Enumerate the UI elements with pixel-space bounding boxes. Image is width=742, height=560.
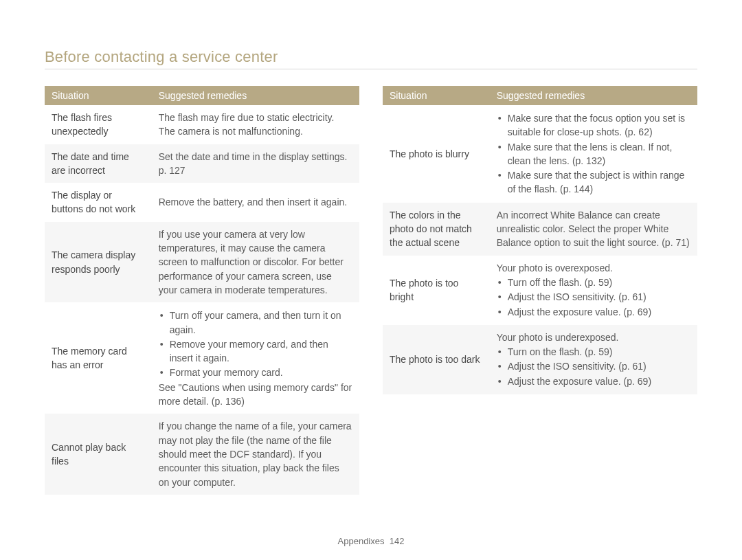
table-cell-remedy: An incorrect White Balance can create un…: [490, 203, 697, 256]
table-cell-situation: The photo is too dark: [383, 325, 490, 394]
table-cell-remedy: Turn off your camera, and then turn it o…: [152, 302, 359, 414]
remedy-text: An incorrect White Balance can create un…: [497, 208, 690, 250]
page-footer: Appendixes 142: [0, 536, 742, 546]
table-row: The colors in the photo do not match the…: [383, 203, 697, 256]
remedy-text: Set the date and time in the display set…: [159, 150, 352, 178]
remedy-bullet: Adjust the exposure value. (p. 69): [497, 374, 690, 388]
table-cell-remedy: Remove the battery, and then insert it a…: [152, 183, 359, 222]
remedy-text: Your photo is underexposed.: [497, 331, 690, 344]
table-cell-situation: The display or buttons do not work: [45, 183, 152, 222]
table-row: The photo is blurryMake sure that the fo…: [383, 105, 697, 203]
remedy-text: If you change the name of a file, your c…: [159, 419, 352, 489]
table-row: The camera display responds poorlyIf you…: [45, 222, 359, 302]
table-cell-remedy: Set the date and time in the display set…: [152, 144, 359, 183]
remedy-bullet-list: Turn off the flash. (p. 59)Adjust the IS…: [497, 276, 690, 319]
table-cell-remedy: Make sure that the focus option you set …: [490, 105, 697, 203]
page-title: Before contacting a service center: [45, 48, 697, 66]
table-cell-situation: Cannot play back files: [45, 414, 152, 494]
remedy-bullet: Adjust the ISO sensitivity. (p. 61): [497, 290, 690, 304]
table-cell-remedy: If you change the name of a file, your c…: [152, 414, 359, 494]
table-row: The photo is too darkYour photo is under…: [383, 325, 697, 394]
table-row: Cannot play back filesIf you change the …: [45, 414, 359, 494]
right-th-situation: Situation: [383, 86, 490, 105]
remedy-bullet: Adjust the ISO sensitivity. (p. 61): [497, 359, 690, 373]
left-th-remedies: Suggested remedies: [152, 86, 359, 105]
table-row: The memory card has an errorTurn off you…: [45, 302, 359, 414]
table-cell-situation: The photo is too bright: [383, 256, 490, 325]
remedy-text: See "Cautions when using memory cards" f…: [159, 381, 352, 409]
remedy-bullet: Turn on the flash. (p. 59): [497, 345, 690, 359]
remedy-bullet: Make sure that the lens is clean. If not…: [497, 140, 690, 168]
left-table: Situation Suggested remedies The flash f…: [45, 86, 359, 495]
table-cell-situation: The memory card has an error: [45, 302, 152, 414]
remedy-bullet-list: Turn on the flash. (p. 59)Adjust the ISO…: [497, 345, 690, 388]
table-row: The photo is too brightYour photo is ove…: [383, 256, 697, 325]
content-columns: Situation Suggested remedies The flash f…: [45, 86, 697, 495]
table-row: The display or buttons do not workRemove…: [45, 183, 359, 222]
table-row: The date and time are incorrectSet the d…: [45, 144, 359, 183]
right-th-remedies: Suggested remedies: [490, 86, 697, 105]
remedy-bullet: Adjust the exposure value. (p. 69): [497, 305, 690, 319]
table-cell-situation: The colors in the photo do not match the…: [383, 203, 490, 256]
remedy-bullet: Turn off your camera, and then turn it o…: [159, 309, 352, 337]
remedy-text: The flash may fire due to static electri…: [159, 111, 352, 139]
table-cell-remedy: Your photo is overexposed.Turn off the f…: [490, 256, 697, 325]
table-cell-remedy: Your photo is underexposed.Turn on the f…: [490, 325, 697, 394]
right-column: Situation Suggested remedies The photo i…: [383, 86, 697, 495]
remedy-bullet-list: Turn off your camera, and then turn it o…: [159, 309, 352, 379]
left-th-situation: Situation: [45, 86, 152, 105]
table-cell-situation: The photo is blurry: [383, 105, 490, 203]
remedy-text: If you use your camera at very low tempe…: [159, 227, 352, 297]
table-cell-situation: The date and time are incorrect: [45, 144, 152, 183]
remedy-bullet-list: Make sure that the focus option you set …: [497, 111, 690, 197]
table-row: The flash fires unexpectedlyThe flash ma…: [45, 105, 359, 144]
remedy-bullet: Format your memory card.: [159, 366, 352, 379]
remedy-bullet: Turn off the flash. (p. 59): [497, 276, 690, 289]
remedy-bullet: Make sure that the focus option you set …: [497, 111, 690, 139]
title-underline: [45, 69, 697, 69]
remedy-bullet: Remove your memory card, and then insert…: [159, 337, 352, 366]
table-cell-remedy: The flash may fire due to static electri…: [152, 105, 359, 144]
left-column: Situation Suggested remedies The flash f…: [45, 86, 359, 495]
remedy-text: Remove the battery, and then insert it a…: [159, 195, 352, 209]
right-table: Situation Suggested remedies The photo i…: [383, 86, 697, 394]
footer-page: 142: [390, 536, 405, 546]
table-cell-situation: The camera display responds poorly: [45, 222, 152, 302]
footer-section: Appendixes: [338, 536, 385, 546]
table-cell-situation: The flash fires unexpectedly: [45, 105, 152, 144]
table-cell-remedy: If you use your camera at very low tempe…: [152, 222, 359, 302]
remedy-bullet: Make sure that the subject is within ran…: [497, 168, 690, 197]
remedy-text: Your photo is overexposed.: [497, 261, 690, 275]
